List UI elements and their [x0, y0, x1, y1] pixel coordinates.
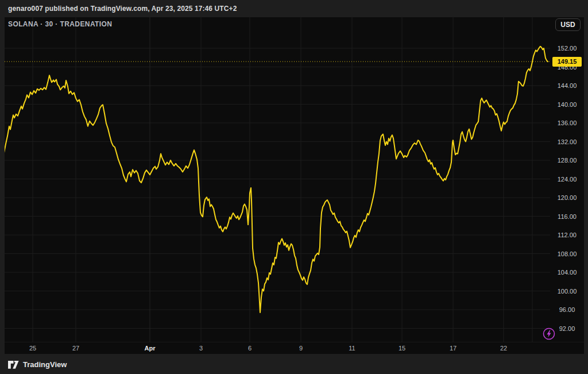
price-axis-label: 136.00: [550, 119, 584, 127]
time-axis-label: 22: [494, 342, 513, 354]
price-axis-label: 108.00: [550, 250, 584, 258]
time-axis-label: 6: [240, 342, 260, 354]
boost-lightning-button[interactable]: [543, 327, 555, 340]
time-axis-label: 27: [66, 342, 86, 354]
price-chart-svg: [5, 17, 550, 342]
publish-text: genaro007 published on TradingView.com, …: [8, 5, 237, 13]
publish-bar: genaro007 published on TradingView.com, …: [0, 0, 588, 17]
currency-usd-button[interactable]: USD: [555, 18, 581, 31]
time-axis[interactable]: 2527Apr36911151722: [5, 342, 584, 354]
time-axis-label: 9: [291, 342, 311, 354]
time-axis-label: 15: [392, 342, 412, 354]
price-axis-label: 100.00: [550, 287, 584, 295]
price-axis-label: 120.00: [550, 194, 584, 202]
time-axis-label: 17: [443, 342, 463, 354]
tradingview-brand[interactable]: TradingView: [23, 360, 67, 369]
price-axis-label: 144.00: [550, 82, 584, 90]
price-axis[interactable]: 149.15 92.0096.00100.00104.00108.00112.0…: [550, 17, 584, 342]
chart-card: SOLANA · 30 · TRADENATION 149.15 92.0096…: [5, 17, 584, 354]
tradingview-logo-icon[interactable]: [8, 360, 19, 369]
symbol-title: SOLANA · 30 · TRADENATION: [8, 20, 112, 28]
price-axis-label: 112.00: [550, 231, 584, 239]
price-axis-label: 124.00: [550, 175, 584, 183]
time-axis-label: 11: [342, 342, 362, 354]
price-axis-label: 152.00: [550, 44, 584, 52]
price-axis-label: 116.00: [550, 213, 584, 221]
price-axis-label: 140.00: [550, 101, 584, 109]
price-axis-label: 128.00: [550, 156, 584, 164]
price-axis-label: 132.00: [550, 138, 584, 146]
footer-bar: TradingView: [0, 354, 588, 374]
chart-pane[interactable]: SOLANA · 30 · TRADENATION: [5, 17, 550, 342]
time-axis-label: 25: [23, 342, 42, 354]
time-axis-label: Apr: [140, 342, 160, 354]
price-axis-label: 104.00: [550, 268, 584, 276]
lightning-icon: [543, 327, 555, 340]
price-axis-label: 96.00: [550, 306, 584, 314]
current-price-badge: 149.15: [552, 57, 582, 67]
time-axis-label: 3: [191, 342, 211, 354]
